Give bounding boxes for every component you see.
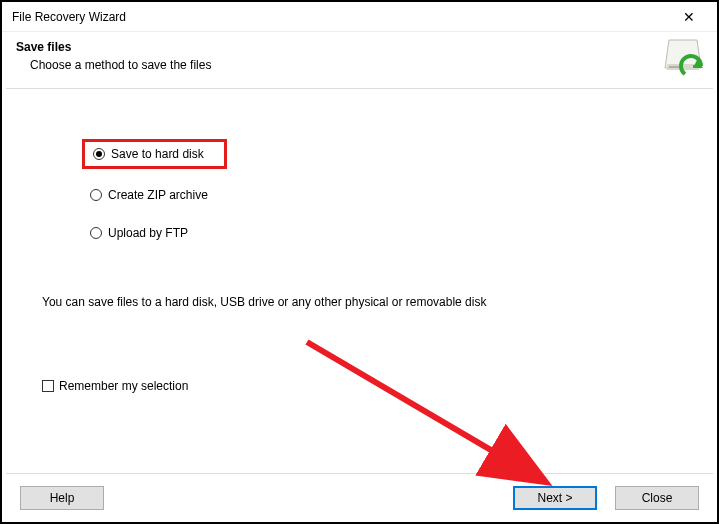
- button-label: Close: [642, 491, 673, 505]
- wizard-window: File Recovery Wizard ✕ Save files Choose…: [0, 0, 719, 524]
- option-label: Save to hard disk: [111, 147, 204, 161]
- header-text: Save files Choose a method to save the f…: [16, 38, 211, 72]
- titlebar: File Recovery Wizard ✕: [2, 2, 717, 32]
- footer-buttons: Help Next > Close: [2, 474, 717, 522]
- remember-selection[interactable]: Remember my selection: [42, 379, 677, 393]
- footer-right-group: Next > Close: [513, 486, 699, 510]
- button-label: Next >: [537, 491, 572, 505]
- help-button[interactable]: Help: [20, 486, 104, 510]
- close-button[interactable]: Close: [615, 486, 699, 510]
- option-create-zip[interactable]: Create ZIP archive: [82, 183, 677, 207]
- option-upload-ftp[interactable]: Upload by FTP: [82, 221, 677, 245]
- save-method-options: Save to hard disk Create ZIP archive Upl…: [82, 139, 677, 245]
- header-title: Save files: [16, 40, 211, 54]
- radio-icon: [93, 148, 105, 160]
- option-label: Create ZIP archive: [108, 188, 208, 202]
- content-area: Save to hard disk Create ZIP archive Upl…: [2, 89, 717, 393]
- drive-recover-icon: [663, 38, 703, 78]
- close-icon: ✕: [683, 9, 695, 25]
- option-save-to-disk[interactable]: Save to hard disk: [82, 139, 227, 169]
- checkbox-icon: [42, 380, 54, 392]
- header-subtitle: Choose a method to save the files: [16, 58, 211, 72]
- remember-label: Remember my selection: [59, 379, 188, 393]
- wizard-header: Save files Choose a method to save the f…: [2, 32, 717, 88]
- hint-text: You can save files to a hard disk, USB d…: [42, 295, 677, 309]
- option-label: Upload by FTP: [108, 226, 188, 240]
- radio-icon: [90, 189, 102, 201]
- radio-icon: [90, 227, 102, 239]
- window-close-button[interactable]: ✕: [669, 3, 709, 31]
- window-title: File Recovery Wizard: [12, 10, 126, 24]
- button-label: Help: [50, 491, 75, 505]
- next-button[interactable]: Next >: [513, 486, 597, 510]
